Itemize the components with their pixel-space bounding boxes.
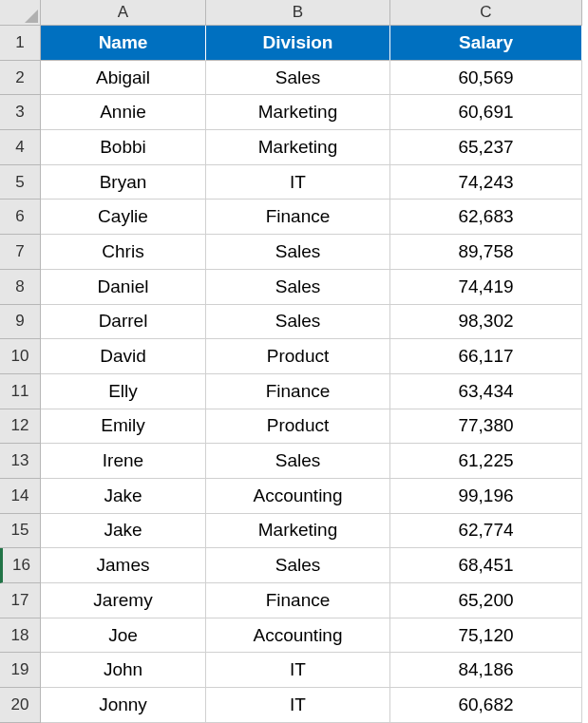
header-salary[interactable]: Salary	[390, 26, 582, 61]
cell-division[interactable]: Marketing	[206, 95, 390, 130]
cell-name[interactable]: Bobbi	[41, 130, 206, 165]
row-header-15[interactable]: 15	[0, 514, 41, 549]
cell-name[interactable]: Chris	[41, 235, 206, 270]
row-header-13[interactable]: 13	[0, 444, 41, 479]
row-header-10[interactable]: 10	[0, 339, 41, 374]
cell-salary[interactable]: 68,451	[390, 548, 582, 583]
cell-division[interactable]: Marketing	[206, 130, 390, 165]
row-header-6[interactable]: 6	[0, 200, 41, 235]
cell-salary[interactable]: 98,302	[390, 305, 582, 340]
col-header-c[interactable]: C	[390, 0, 582, 26]
header-division[interactable]: Division	[206, 26, 390, 61]
row-header-11[interactable]: 11	[0, 374, 41, 409]
cell-salary[interactable]: 74,419	[390, 270, 582, 305]
row-header-16[interactable]: 16	[0, 548, 41, 583]
cell-division[interactable]: Sales	[206, 61, 390, 96]
cell-division[interactable]: Marketing	[206, 514, 390, 549]
cell-name[interactable]: John	[41, 653, 206, 688]
cell-salary[interactable]: 63,434	[390, 374, 582, 409]
cell-salary[interactable]: 62,683	[390, 200, 582, 235]
cell-name[interactable]: Jake	[41, 514, 206, 549]
cell-division[interactable]: Finance	[206, 200, 390, 235]
row-header-1[interactable]: 1	[0, 26, 41, 61]
cell-division[interactable]: Sales	[206, 548, 390, 583]
select-all-corner[interactable]	[0, 0, 41, 26]
cell-name[interactable]: Jaremy	[41, 583, 206, 618]
cell-name[interactable]: Jake	[41, 479, 206, 514]
row-header-8[interactable]: 8	[0, 270, 41, 305]
cell-salary[interactable]: 75,120	[390, 618, 582, 654]
col-header-b[interactable]: B	[206, 0, 390, 26]
cell-salary[interactable]: 61,225	[390, 444, 582, 479]
cell-name[interactable]: James	[41, 548, 206, 583]
row-header-2[interactable]: 2	[0, 61, 41, 96]
cell-salary[interactable]: 84,186	[390, 653, 582, 688]
cell-division[interactable]: Finance	[206, 374, 390, 409]
cell-salary[interactable]: 77,380	[390, 409, 582, 445]
row-header-12[interactable]: 12	[0, 409, 41, 445]
cell-name[interactable]: Emily	[41, 409, 206, 445]
cell-division[interactable]: Sales	[206, 444, 390, 479]
col-header-a[interactable]: A	[41, 0, 206, 26]
cell-salary[interactable]: 62,774	[390, 514, 582, 549]
row-header-20[interactable]: 20	[0, 688, 41, 723]
cell-salary[interactable]: 66,117	[390, 339, 582, 374]
cell-division[interactable]: Sales	[206, 305, 390, 340]
cell-division[interactable]: IT	[206, 653, 390, 688]
cell-name[interactable]: Caylie	[41, 200, 206, 235]
cell-name[interactable]: Elly	[41, 374, 206, 409]
row-header-5[interactable]: 5	[0, 165, 41, 200]
row-header-7[interactable]: 7	[0, 235, 41, 270]
cell-salary[interactable]: 99,196	[390, 479, 582, 514]
cell-name[interactable]: Irene	[41, 444, 206, 479]
cell-name[interactable]: Annie	[41, 95, 206, 130]
cell-salary[interactable]: 65,237	[390, 130, 582, 165]
cell-salary[interactable]: 65,200	[390, 583, 582, 618]
cell-division[interactable]: IT	[206, 165, 390, 200]
cell-name[interactable]: Joe	[41, 618, 206, 654]
row-header-17[interactable]: 17	[0, 583, 41, 618]
header-name[interactable]: Name	[41, 26, 206, 61]
cell-division[interactable]: Product	[206, 409, 390, 445]
row-header-4[interactable]: 4	[0, 130, 41, 165]
cell-name[interactable]: Jonny	[41, 688, 206, 723]
select-all-triangle-icon	[25, 10, 38, 23]
cell-division[interactable]: Sales	[206, 235, 390, 270]
cell-salary[interactable]: 60,691	[390, 95, 582, 130]
cell-division[interactable]: Finance	[206, 583, 390, 618]
spreadsheet-grid: A B C 1 Name Division Salary 2 Abigail S…	[0, 0, 588, 723]
cell-division[interactable]: Product	[206, 339, 390, 374]
cell-name[interactable]: Daniel	[41, 270, 206, 305]
cell-name[interactable]: Darrel	[41, 305, 206, 340]
cell-name[interactable]: David	[41, 339, 206, 374]
cell-salary[interactable]: 60,682	[390, 688, 582, 723]
row-header-9[interactable]: 9	[0, 305, 41, 340]
row-header-19[interactable]: 19	[0, 653, 41, 688]
cell-salary[interactable]: 60,569	[390, 61, 582, 96]
cell-name[interactable]: Abigail	[41, 61, 206, 96]
row-header-3[interactable]: 3	[0, 95, 41, 130]
cell-name[interactable]: Bryan	[41, 165, 206, 200]
row-header-14[interactable]: 14	[0, 479, 41, 514]
row-header-18[interactable]: 18	[0, 618, 41, 654]
cell-division[interactable]: Accounting	[206, 618, 390, 654]
cell-division[interactable]: IT	[206, 688, 390, 723]
cell-salary[interactable]: 74,243	[390, 165, 582, 200]
cell-salary[interactable]: 89,758	[390, 235, 582, 270]
cell-division[interactable]: Accounting	[206, 479, 390, 514]
cell-division[interactable]: Sales	[206, 270, 390, 305]
